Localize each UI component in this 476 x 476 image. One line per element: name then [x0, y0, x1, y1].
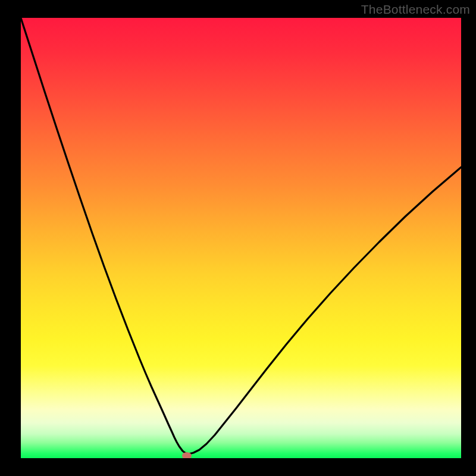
watermark-text: TheBottleneck.com: [361, 2, 470, 17]
chart-plot-area: [21, 18, 461, 458]
chart-svg: [21, 18, 461, 458]
bottleneck-curve: [21, 18, 461, 454]
